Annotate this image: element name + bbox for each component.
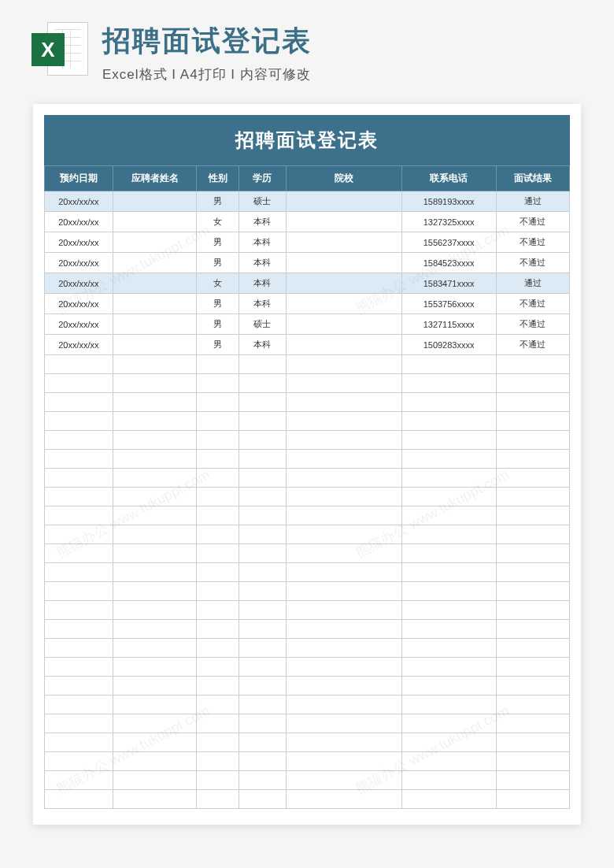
cell-empty: [286, 412, 401, 431]
cell-empty: [45, 374, 113, 393]
cell-empty: [401, 677, 496, 696]
cell-empty: [113, 393, 197, 412]
cell-empty: [239, 469, 286, 488]
cell-empty: [197, 658, 239, 677]
cell-empty: [45, 752, 113, 771]
cell-empty: [197, 525, 239, 544]
table-row-empty: [45, 582, 570, 601]
cell-date: 20xx/xx/xx: [45, 273, 113, 294]
cell-name: [113, 232, 197, 253]
cell-empty: [496, 469, 569, 488]
cell-empty: [496, 790, 569, 809]
cell-empty: [239, 525, 286, 544]
cell-school: [286, 191, 401, 212]
table-row-empty: [45, 601, 570, 620]
cell-empty: [401, 658, 496, 677]
cell-empty: [113, 544, 197, 563]
cell-school: [286, 232, 401, 253]
table-row-empty: [45, 677, 570, 696]
cell-empty: [45, 563, 113, 582]
cell-empty: [113, 563, 197, 582]
cell-empty: [286, 620, 401, 639]
cell-empty: [197, 639, 239, 658]
cell-empty: [496, 639, 569, 658]
cell-empty: [45, 355, 113, 374]
cell-empty: [113, 469, 197, 488]
table-row-empty: [45, 733, 570, 752]
table-row-empty: [45, 752, 570, 771]
sheet-container: 招聘面试登记表 预约日期 应聘者姓名 性别 学历 院校 联系电话 面试结果 20…: [33, 104, 581, 825]
cell-result: 不通过: [496, 212, 569, 232]
table-row: 20xx/xx/xx男硕士1327115xxxx不通过: [45, 314, 570, 335]
cell-empty: [286, 582, 401, 601]
table-row-empty: [45, 469, 570, 488]
cell-empty: [286, 752, 401, 771]
header-text: 招聘面试登记表 Excel格式 I A4打印 I 内容可修改: [102, 22, 583, 83]
cell-empty: [197, 752, 239, 771]
cell-empty: [45, 525, 113, 544]
cell-empty: [496, 355, 569, 374]
cell-empty: [113, 733, 197, 752]
cell-gender: 男: [197, 314, 239, 335]
cell-empty: [197, 469, 239, 488]
cell-empty: [496, 488, 569, 506]
cell-empty: [286, 714, 401, 733]
cell-empty: [401, 488, 496, 506]
cell-empty: [197, 601, 239, 620]
cell-empty: [45, 620, 113, 639]
cell-empty: [113, 431, 197, 450]
cell-empty: [286, 374, 401, 393]
cell-empty: [113, 582, 197, 601]
cell-empty: [286, 601, 401, 620]
cell-empty: [239, 374, 286, 393]
cell-name: [113, 253, 197, 273]
cell-empty: [45, 488, 113, 506]
cell-phone: 1583471xxxx: [401, 273, 496, 294]
cell-empty: [286, 525, 401, 544]
cell-date: 20xx/xx/xx: [45, 253, 113, 273]
cell-edu: 本科: [239, 212, 286, 232]
page-header: X 招聘面试登记表 Excel格式 I A4打印 I 内容可修改: [0, 0, 614, 98]
cell-phone: 1327325xxxx: [401, 212, 496, 232]
table-body: 20xx/xx/xx男硕士1589193xxxx通过20xx/xx/xx女本科1…: [45, 191, 570, 809]
table-row-empty: [45, 639, 570, 658]
cell-empty: [286, 639, 401, 658]
col-header-date: 预约日期: [45, 166, 113, 191]
col-header-school: 院校: [286, 166, 401, 191]
cell-school: [286, 212, 401, 232]
cell-empty: [239, 393, 286, 412]
cell-empty: [45, 431, 113, 450]
cell-empty: [286, 393, 401, 412]
cell-empty: [496, 733, 569, 752]
sheet-title: 招聘面试登记表: [44, 115, 570, 165]
cell-empty: [496, 525, 569, 544]
cell-empty: [45, 393, 113, 412]
cell-empty: [45, 658, 113, 677]
cell-empty: [401, 733, 496, 752]
cell-empty: [496, 658, 569, 677]
cell-empty: [239, 450, 286, 469]
cell-empty: [239, 639, 286, 658]
cell-empty: [496, 393, 569, 412]
cell-empty: [239, 563, 286, 582]
cell-result: 不通过: [496, 294, 569, 314]
cell-result: 不通过: [496, 253, 569, 273]
cell-date: 20xx/xx/xx: [45, 212, 113, 232]
cell-empty: [286, 431, 401, 450]
cell-edu: 硕士: [239, 191, 286, 212]
cell-empty: [286, 488, 401, 506]
table-row: 20xx/xx/xx女本科1327325xxxx不通过: [45, 212, 570, 232]
cell-edu: 本科: [239, 253, 286, 273]
cell-empty: [197, 714, 239, 733]
cell-school: [286, 294, 401, 314]
cell-empty: [45, 412, 113, 431]
table-row-empty: [45, 355, 570, 374]
cell-empty: [286, 658, 401, 677]
table-row: 20xx/xx/xx男本科1509283xxxx不通过: [45, 335, 570, 355]
cell-empty: [113, 525, 197, 544]
cell-empty: [113, 639, 197, 658]
cell-empty: [401, 696, 496, 714]
cell-empty: [401, 544, 496, 563]
cell-empty: [239, 771, 286, 790]
cell-empty: [45, 714, 113, 733]
